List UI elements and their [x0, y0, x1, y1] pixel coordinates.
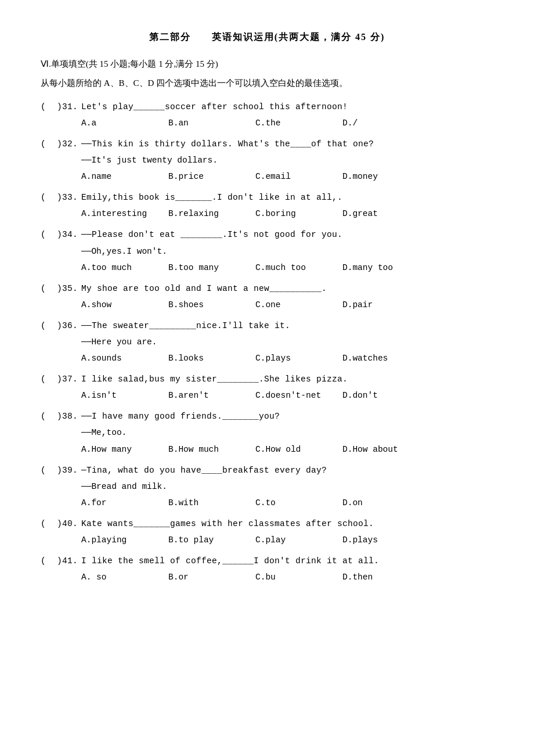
option-item: D.pair — [342, 297, 430, 312]
option-item: D.great — [342, 206, 430, 221]
answer-paren: ( — [41, 409, 57, 424]
option-item: A.playing — [81, 532, 168, 548]
options-line: A.How manyB.How muchC.How oldD.How about — [81, 442, 493, 457]
option-item: D.How about — [342, 442, 430, 457]
option-item: D.plays — [342, 532, 430, 548]
option-item: B.to play — [168, 532, 255, 548]
option-item: A. so — [81, 570, 168, 585]
question-line: ()41.I like the smell of coffee,______I … — [41, 553, 493, 568]
question-number: )34. — [57, 227, 81, 242]
question-sub-line: ──Me,too. — [81, 425, 493, 440]
option-item: A.isn't — [81, 388, 168, 403]
question-text: ──I have many good friends._______you? — [81, 409, 493, 424]
question-line: ()32.──This kin is thirty dollars. What'… — [41, 136, 493, 152]
answer-paren: ( — [41, 99, 57, 114]
question-sub-line: ──Oh,yes.I won't. — [81, 244, 493, 259]
answer-paren: ( — [41, 136, 57, 152]
option-item: B.relaxing — [168, 206, 255, 221]
question-number: )38. — [57, 409, 81, 424]
question-number: )41. — [57, 553, 81, 568]
question-text: My shoe are too old and I want a new____… — [81, 281, 493, 296]
option-item: A.a — [81, 116, 168, 131]
options-line: A.soundsB.looksC.playsD.watches — [81, 351, 493, 366]
option-item: A.interesting — [81, 206, 168, 221]
question-sub-line: ──Bread and milk. — [81, 479, 493, 494]
option-item: B.or — [168, 570, 255, 585]
question-line: ()34.──Please don't eat ________.It's no… — [41, 227, 493, 242]
question-number: )35. — [57, 281, 81, 296]
option-item: D.then — [342, 570, 430, 585]
question-number: )31. — [57, 99, 81, 114]
option-item: B.shoes — [168, 297, 255, 312]
answer-paren: ( — [41, 463, 57, 478]
options-line: A.interestingB.relaxingC.boringD.great — [81, 206, 493, 221]
option-item: C.boring — [255, 206, 342, 221]
question-text: ──This kin is thirty dollars. What's the… — [81, 136, 493, 152]
option-item: C.bu — [255, 570, 342, 585]
answer-paren: ( — [41, 372, 57, 387]
options-line: A. soB.orC.buD.then — [81, 570, 493, 585]
option-item: A.show — [81, 297, 168, 312]
option-item: D.watches — [342, 351, 430, 366]
option-item: C.doesn't-net — [255, 388, 342, 403]
options-line: A.showB.shoesC.oneD.pair — [81, 297, 493, 312]
question-block: ()40.Kate wants_______games with her cla… — [41, 516, 493, 548]
options-line: A.forB.withC.toD.on — [81, 495, 493, 510]
question-block: ()33.Emily,this book is_______.I don't l… — [41, 190, 493, 221]
option-item: B.price — [168, 169, 255, 184]
question-text: ──The sweater_________nice.I'll take it. — [81, 318, 493, 333]
question-block: ()36.──The sweater_________nice.I'll tak… — [41, 318, 493, 366]
answer-paren: ( — [41, 553, 57, 568]
instruction: 从每小题所给的 A、B、C、D 四个选项中选出一个可以填入空白处的最佳选项。 — [41, 75, 493, 91]
option-item: C.to — [255, 495, 342, 510]
question-line: ()31.Let's play______soccer after school… — [41, 99, 493, 114]
question-block: ()39.─Tina, what do you have____breakfas… — [41, 463, 493, 510]
question-number: )40. — [57, 516, 81, 531]
question-line: ()40.Kate wants_______games with her cla… — [41, 516, 493, 531]
answer-paren: ( — [41, 318, 57, 333]
answer-paren: ( — [41, 227, 57, 242]
option-item: A.sounds — [81, 351, 168, 366]
question-line: ()39.─Tina, what do you have____breakfas… — [41, 463, 493, 478]
option-item: D.many too — [342, 260, 430, 275]
option-item: C.play — [255, 532, 342, 548]
section-title: Ⅵ.单项填空(共 15 小题;每小题 1 分,满分 15 分) — [41, 56, 493, 72]
question-line: ()37.I like salad,bus my sister________.… — [41, 372, 493, 387]
question-block: ()37.I like salad,bus my sister________.… — [41, 372, 493, 403]
page-title: 第二部分 英语知识运用(共两大题，满分 45 分) — [41, 29, 493, 46]
option-item: D.don't — [342, 388, 430, 403]
question-number: )36. — [57, 318, 81, 333]
question-text: Emily,this book is_______.I don't like i… — [81, 190, 493, 205]
answer-paren: ( — [41, 281, 57, 296]
option-item: B.aren't — [168, 388, 255, 403]
option-item: B.looks — [168, 351, 255, 366]
option-item: D./ — [342, 116, 430, 131]
question-line: ()38.──I have many good friends._______y… — [41, 409, 493, 424]
option-item: D.money — [342, 169, 430, 184]
question-block: ()34.──Please don't eat ________.It's no… — [41, 227, 493, 275]
question-line: ()33.Emily,this book is_______.I don't l… — [41, 190, 493, 205]
option-item: C.much too — [255, 260, 342, 275]
options-line: A.too muchB.too manyC.much tooD.many too — [81, 260, 493, 275]
question-text: ─Tina, what do you have____breakfast eve… — [81, 463, 493, 478]
option-item: B.How much — [168, 442, 255, 457]
answer-paren: ( — [41, 516, 57, 531]
question-number: )39. — [57, 463, 81, 478]
option-item: C.How old — [255, 442, 342, 457]
option-item: C.one — [255, 297, 342, 312]
answer-paren: ( — [41, 190, 57, 205]
question-number: )37. — [57, 372, 81, 387]
option-item: C.plays — [255, 351, 342, 366]
options-line: A.isn'tB.aren'tC.doesn't-netD.don't — [81, 388, 493, 403]
option-item: B.an — [168, 116, 255, 131]
question-text: I like salad,bus my sister________.She l… — [81, 372, 493, 387]
question-block: ()38.──I have many good friends._______y… — [41, 409, 493, 456]
question-number: )33. — [57, 190, 81, 205]
question-line: ()35.My shoe are too old and I want a ne… — [41, 281, 493, 296]
questions-container: ()31.Let's play______soccer after school… — [41, 99, 493, 585]
option-item: B.with — [168, 495, 255, 510]
option-item: C.the — [255, 116, 342, 131]
option-item: B.too many — [168, 260, 255, 275]
question-sub-line: ──Here you are. — [81, 334, 493, 350]
option-item: C.email — [255, 169, 342, 184]
